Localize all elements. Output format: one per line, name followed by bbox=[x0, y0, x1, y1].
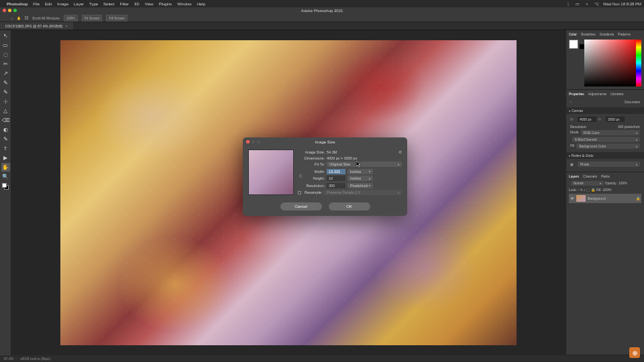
bits-dropdown[interactable]: 8 Bits/Channel bbox=[572, 137, 640, 142]
rulers-section-header[interactable]: Rulers & Grids bbox=[566, 152, 644, 159]
marquee-tool[interactable]: ▭ bbox=[1, 41, 10, 50]
type-tool[interactable]: T bbox=[1, 144, 10, 153]
lasso-tool[interactable]: ◌ bbox=[1, 50, 10, 59]
dlg-width-field[interactable]: 13.333 bbox=[327, 169, 345, 174]
tab-properties[interactable]: Properties bbox=[569, 91, 584, 97]
path-tool[interactable]: ▶ bbox=[1, 154, 10, 162]
tab-paths[interactable]: Paths bbox=[601, 174, 610, 179]
ok-button[interactable]: OK bbox=[329, 202, 370, 210]
move-tool[interactable]: ↖ bbox=[1, 32, 10, 40]
dialog-titlebar[interactable]: Image Size bbox=[243, 137, 407, 146]
menu-select[interactable]: Select bbox=[103, 2, 115, 6]
frame-tool[interactable]: ↗ bbox=[1, 69, 10, 78]
menu-3d[interactable]: 3D bbox=[134, 2, 140, 6]
app-menu[interactable]: Photoshop bbox=[7, 2, 28, 6]
color-swatches[interactable] bbox=[1, 182, 10, 190]
crop-tool[interactable]: ✂ bbox=[1, 60, 10, 68]
close-tab-icon[interactable]: × bbox=[65, 24, 68, 28]
width-label: W bbox=[570, 117, 576, 121]
home-icon[interactable]: ⌂ bbox=[11, 16, 13, 20]
fit-to-dropdown[interactable]: Original Size bbox=[327, 162, 402, 167]
tab-swatches[interactable]: Swatches bbox=[581, 32, 596, 37]
layer-thumbnail[interactable] bbox=[576, 195, 586, 202]
brush-tool[interactable]: ✎ bbox=[1, 88, 10, 97]
lock-label: Lock: bbox=[569, 188, 577, 192]
menubar-clock[interactable]: Wed Nov 18 8:28 PM bbox=[603, 2, 641, 6]
menu-plugins[interactable]: Plugins bbox=[159, 2, 172, 6]
menu-view[interactable]: View bbox=[145, 2, 154, 6]
layer-row-background[interactable]: 👁 Background 🔒 bbox=[569, 194, 641, 203]
resample-checkbox[interactable] bbox=[298, 191, 301, 194]
lock-icons[interactable]: ▫ ✎ ↕ ⬚ 🔒 bbox=[578, 188, 595, 192]
visibility-icon[interactable]: 👁 bbox=[570, 196, 574, 200]
control-center-icon[interactable]: ⌥ bbox=[594, 1, 599, 7]
zoom-100-button[interactable]: 100% bbox=[64, 15, 78, 21]
dlg-width-label: Width: bbox=[303, 170, 325, 174]
menu-type[interactable]: Type bbox=[89, 2, 98, 6]
dlg-resolution-field[interactable]: 300 bbox=[327, 183, 345, 188]
fill-dropdown[interactable]: Background Color bbox=[576, 143, 640, 149]
gradient-tool[interactable]: ◐ bbox=[1, 125, 10, 134]
zoom-window-icon[interactable] bbox=[13, 9, 17, 12]
hue-slider[interactable] bbox=[636, 40, 641, 86]
blend-mode-dropdown[interactable]: Normal bbox=[571, 181, 604, 186]
hand-tool-icon[interactable]: ✋ bbox=[17, 16, 21, 20]
fill-screen-button[interactable]: Fill Screen bbox=[106, 15, 127, 21]
tab-patterns[interactable]: Patterns bbox=[618, 32, 631, 37]
menu-file[interactable]: File bbox=[33, 2, 40, 6]
tab-layers[interactable]: Layers bbox=[569, 174, 579, 179]
fit-screen-button[interactable]: Fit Screen bbox=[82, 15, 103, 21]
pen-tool[interactable]: ✎ bbox=[1, 135, 10, 143]
right-panel-dock: Color Swatches Gradients Patterns bbox=[566, 30, 644, 355]
menu-filter[interactable]: Filter bbox=[120, 2, 129, 6]
clone-tool[interactable]: △ bbox=[1, 107, 10, 115]
canvas-section-header[interactable]: Canvas bbox=[566, 107, 644, 114]
color-fg-bg-swatch[interactable] bbox=[569, 40, 584, 84]
bluetooth-icon[interactable]: ⌁ bbox=[584, 1, 590, 7]
cancel-button[interactable]: Cancel bbox=[280, 202, 322, 210]
wifi-icon[interactable]: ⋮ bbox=[566, 1, 571, 7]
tab-channels[interactable]: Channels bbox=[583, 174, 597, 179]
rulers-unit-dropdown[interactable]: Pixels bbox=[578, 162, 640, 167]
menu-image[interactable]: Image bbox=[57, 2, 68, 6]
dialog-traffic-lights[interactable] bbox=[246, 140, 260, 143]
gear-icon[interactable]: ⚙ bbox=[398, 149, 402, 154]
mode-dropdown[interactable]: RGB Color bbox=[581, 130, 640, 135]
opacity-value[interactable]: 100% bbox=[619, 181, 627, 186]
close-window-icon[interactable] bbox=[3, 9, 6, 12]
canvas-height-field[interactable]: 3000 px bbox=[606, 117, 625, 122]
dlg-width-unit-dropdown[interactable]: Inches bbox=[347, 169, 373, 174]
link-dimensions-icon[interactable]: ⎘ bbox=[298, 174, 303, 178]
menu-help[interactable]: Help bbox=[197, 2, 205, 6]
canvas-width-field[interactable]: 4000 px bbox=[578, 117, 596, 122]
minimize-window-icon[interactable] bbox=[8, 9, 11, 12]
eyedropper-tool[interactable]: ✎ bbox=[1, 78, 10, 87]
dlg-height-unit-dropdown[interactable]: Inches bbox=[347, 176, 373, 181]
tab-adjustments[interactable]: Adjustments bbox=[588, 91, 607, 97]
color-picker-field[interactable] bbox=[584, 40, 641, 86]
tab-color[interactable]: Color bbox=[569, 32, 577, 37]
eraser-tool[interactable]: ⌫ bbox=[1, 116, 10, 125]
dlg-height-field[interactable]: 10 bbox=[327, 176, 345, 181]
window-title: Adobe Photoshop 2021 bbox=[301, 9, 343, 13]
image-size-dialog: Image Size Image Size: 54.3M ⚙ Dimension… bbox=[243, 137, 407, 216]
document-tab[interactable]: DSCF1983.JPG @ 87.4% (RGB/8) × bbox=[0, 22, 73, 29]
dlg-resolution-unit-dropdown[interactable]: Pixels/Inch bbox=[347, 183, 373, 188]
tab-gradients[interactable]: Gradients bbox=[600, 32, 614, 37]
status-profile[interactable]: sRGB built-in (8bpc) bbox=[20, 357, 50, 361]
healing-tool[interactable]: ⊹ bbox=[1, 97, 10, 106]
status-zoom[interactable]: 87.4% bbox=[4, 357, 13, 361]
window-traffic-lights[interactable] bbox=[3, 9, 17, 12]
zoom-tool[interactable]: 🔍 bbox=[1, 172, 10, 181]
dialog-preview[interactable] bbox=[248, 149, 294, 195]
layer-name[interactable]: Background bbox=[588, 196, 606, 200]
scroll-all-checkbox[interactable] bbox=[25, 16, 28, 19]
menu-edit[interactable]: Edit bbox=[45, 2, 52, 6]
hand-tool[interactable]: ✋ bbox=[1, 163, 10, 172]
dialog-close-icon[interactable] bbox=[246, 140, 250, 143]
battery-icon[interactable]: ▭ bbox=[575, 1, 580, 7]
tab-libraries[interactable]: Libraries bbox=[610, 91, 623, 97]
menu-window[interactable]: Window bbox=[177, 2, 191, 6]
menu-layer[interactable]: Layer bbox=[74, 2, 84, 6]
fill-opacity-value[interactable]: 100% bbox=[603, 188, 612, 192]
